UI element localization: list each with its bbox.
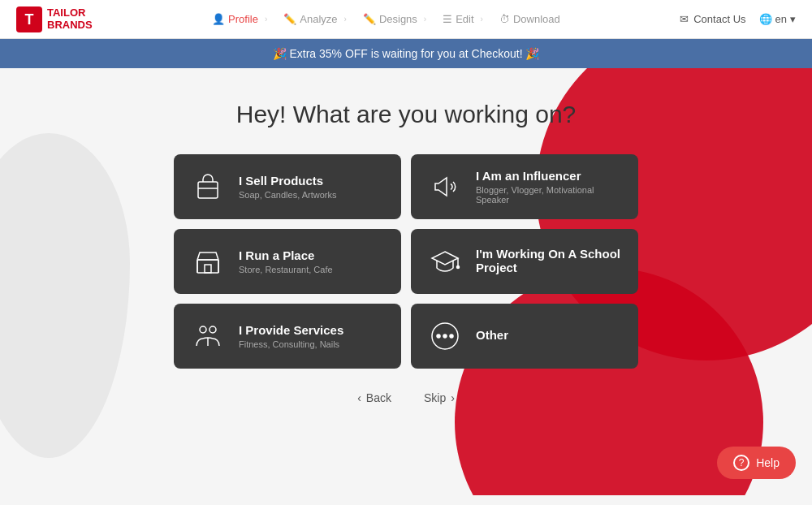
arrow-icon: › [344, 15, 347, 24]
store-icon [190, 244, 226, 279]
other-card[interactable]: Other [411, 304, 638, 369]
graduation-icon [427, 244, 463, 279]
sell-products-title: I Sell Products [239, 174, 336, 188]
download-icon: ⏱ [499, 13, 510, 25]
services-icon [190, 318, 226, 354]
chevron-left-icon: ‹ [357, 391, 361, 404]
designs-icon: ✏️ [363, 13, 376, 25]
influencer-card[interactable]: I Am an Influencer Blogger, Vlogger, Mot… [411, 154, 638, 219]
svg-point-11 [200, 326, 206, 333]
options-grid: I Sell Products Soap, Candles, Artworks … [174, 154, 638, 369]
svg-point-16 [443, 335, 447, 338]
svg-text:T: T [25, 11, 34, 28]
nav-buttons: ‹ Back Skip › [357, 391, 455, 404]
run-place-subtitle: Store, Restaurant, Cafe [239, 265, 333, 274]
help-icon: ? [733, 455, 749, 471]
nav-right: ✉ Contact Us 🌐 en ▾ [680, 13, 796, 25]
svg-point-10 [457, 266, 460, 269]
bag-icon [190, 169, 226, 205]
run-place-title: I Run a Place [239, 248, 333, 262]
run-place-card[interactable]: I Run a Place Store, Restaurant, Cafe [174, 229, 401, 294]
svg-rect-2 [198, 182, 218, 198]
skip-button[interactable]: Skip › [424, 391, 455, 404]
nav-step-designs[interactable]: ✏️ Designs › [356, 10, 433, 28]
logo[interactable]: T TAILOR BRANDS [16, 6, 93, 32]
back-button[interactable]: ‹ Back [357, 391, 391, 404]
nav-step-profile[interactable]: 👤 Profile › [205, 10, 274, 28]
dots-icon [427, 318, 463, 354]
promo-banner: 🎉 Extra 35% OFF is waiting for you at Ch… [0, 39, 812, 68]
page-title: Hey! What are you working on? [236, 101, 577, 128]
contact-us-button[interactable]: ✉ Contact Us [680, 13, 745, 25]
nav-step-edit[interactable]: ☰ Edit › [436, 10, 490, 28]
mail-icon: ✉ [680, 13, 689, 25]
provide-services-title: I Provide Services [239, 323, 343, 337]
navbar: T TAILOR BRANDS 👤 Profile › ✏️ Analyze ›… [0, 0, 812, 39]
svg-rect-4 [197, 260, 218, 273]
language-selector[interactable]: 🌐 en ▾ [759, 13, 796, 25]
provide-services-card[interactable]: I Provide Services Fitness, Consulting, … [174, 304, 401, 369]
influencer-subtitle: Blogger, Vlogger, Motivational Speaker [476, 185, 622, 205]
nav-steps: 👤 Profile › ✏️ Analyze › ✏️ Designs › ☰ … [205, 10, 567, 28]
help-button[interactable]: ? Help [717, 447, 796, 479]
svg-point-15 [437, 335, 440, 338]
logo-text: TAILOR BRANDS [47, 7, 93, 31]
school-project-title: I'm Working On A School Project [476, 247, 622, 274]
influencer-title: I Am an Influencer [476, 169, 622, 183]
nav-step-analyze[interactable]: ✏️ Analyze › [277, 10, 353, 28]
svg-marker-8 [432, 252, 458, 265]
chevron-down-icon: ▾ [790, 13, 796, 25]
analyze-icon: ✏️ [283, 13, 296, 25]
school-project-card[interactable]: I'm Working On A School Project [411, 229, 638, 294]
svg-point-17 [450, 335, 453, 338]
provide-services-subtitle: Fitness, Consulting, Nails [239, 339, 343, 349]
nav-step-download[interactable]: ⏱ Download [493, 10, 567, 28]
profile-icon: 👤 [212, 13, 225, 25]
globe-icon: 🌐 [759, 13, 772, 25]
megaphone-icon [427, 169, 463, 205]
logo-icon: T [16, 6, 42, 32]
edit-icon: ☰ [443, 13, 452, 25]
chevron-right-icon: › [451, 391, 455, 404]
svg-rect-5 [205, 265, 211, 273]
svg-point-12 [209, 326, 216, 333]
other-title: Other [476, 328, 508, 342]
arrow-icon: › [265, 15, 267, 24]
sell-products-card[interactable]: I Sell Products Soap, Candles, Artworks [174, 154, 401, 219]
arrow-icon: › [481, 15, 483, 24]
sell-products-subtitle: Soap, Candles, Artworks [239, 190, 336, 200]
main-content: Hey! What are you working on? I Sell Pro… [0, 68, 812, 404]
arrow-icon: › [424, 15, 426, 24]
